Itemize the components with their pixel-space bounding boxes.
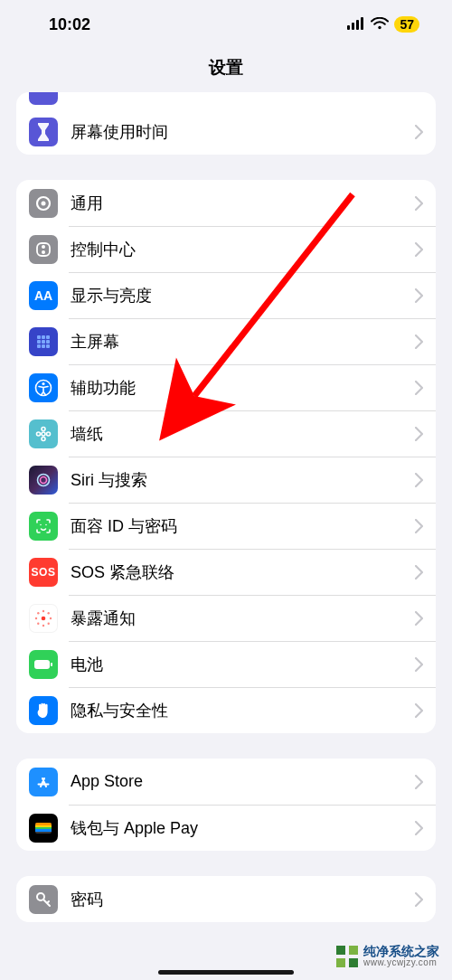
wifi-icon <box>371 15 389 34</box>
battery-indicator: 57 <box>394 16 419 33</box>
svg-point-24 <box>37 432 41 436</box>
chevron-right-icon <box>415 242 423 257</box>
chevron-right-icon <box>415 335 423 349</box>
row-label: Siri 与搜索 <box>71 469 415 491</box>
status-time: 10:02 <box>49 15 90 34</box>
row-label: 屏幕使用时间 <box>71 121 415 143</box>
watermark: 纯净系统之家 www.ycwjzy.com <box>336 945 439 967</box>
svg-rect-12 <box>46 335 50 339</box>
gear-icon <box>29 189 58 218</box>
row-label: 辅助功能 <box>71 377 415 399</box>
row-faceid-passcode[interactable]: 面容 ID 与密码 <box>16 503 436 549</box>
row-wallpaper[interactable]: 墙纸 <box>16 410 436 457</box>
settings-group-1: 通用 控制中心 AA 显示与亮度 主屏幕 辅助功能 <box>16 180 436 733</box>
svg-point-25 <box>47 432 51 436</box>
svg-rect-11 <box>42 335 45 339</box>
text-size-icon: AA <box>29 281 58 310</box>
watermark-brand: 纯净系统之家 <box>363 945 439 957</box>
settings-group-2: App Store 钱包与 Apple Pay <box>16 759 436 851</box>
watermark-url: www.ycwjzy.com <box>363 957 439 967</box>
accessibility-icon <box>29 373 58 402</box>
svg-rect-0 <box>347 25 350 30</box>
chevron-right-icon <box>415 821 423 835</box>
apps-grid-icon <box>29 327 58 356</box>
row-sos[interactable]: SOS SOS 紧急联络 <box>16 549 436 595</box>
chevron-right-icon <box>415 657 423 672</box>
row-control-center[interactable]: 控制中心 <box>16 226 436 272</box>
svg-rect-40 <box>51 663 52 666</box>
row-label: 隐私与安全性 <box>71 700 415 721</box>
row-accessibility[interactable]: 辅助功能 <box>16 364 436 410</box>
svg-point-20 <box>42 382 44 384</box>
svg-rect-15 <box>46 340 50 344</box>
row-wallet[interactable]: 钱包与 Apple Pay <box>16 805 436 851</box>
svg-rect-2 <box>356 20 359 30</box>
row-siri-search[interactable]: Siri 与搜索 <box>16 457 436 503</box>
svg-rect-18 <box>46 344 50 348</box>
svg-point-30 <box>42 616 46 620</box>
exposure-icon <box>29 604 58 633</box>
chevron-right-icon <box>415 196 423 211</box>
row-label: 电池 <box>71 654 415 675</box>
stub-icon <box>29 92 58 105</box>
row-battery[interactable]: 电池 <box>16 641 436 687</box>
faceid-icon <box>29 512 58 541</box>
svg-rect-45 <box>35 829 52 832</box>
row-privacy[interactable]: 隐私与安全性 <box>16 687 436 733</box>
flower-icon <box>29 419 58 448</box>
row-label: 密码 <box>71 889 415 910</box>
cellular-icon <box>347 15 365 34</box>
svg-rect-13 <box>37 340 41 344</box>
chevron-right-icon <box>415 427 423 441</box>
row-label: 钱包与 Apple Pay <box>71 817 415 839</box>
battery-icon <box>29 650 58 679</box>
row-label: 控制中心 <box>71 239 415 260</box>
key-icon <box>29 885 58 914</box>
row-passwords[interactable]: 密码 <box>16 876 436 922</box>
siri-icon <box>29 466 58 495</box>
row-screentime[interactable]: 屏幕使用时间 <box>16 108 436 155</box>
sos-icon: SOS <box>29 558 58 587</box>
chevron-right-icon <box>415 611 423 626</box>
status-bar: 10:02 57 <box>0 0 452 49</box>
chevron-right-icon <box>415 473 423 487</box>
svg-rect-1 <box>352 23 354 30</box>
svg-point-33 <box>35 617 37 618</box>
chevron-right-icon <box>415 381 423 395</box>
svg-point-35 <box>37 612 39 614</box>
chevron-right-icon <box>415 288 423 303</box>
row-general[interactable]: 通用 <box>16 180 436 226</box>
svg-point-38 <box>48 622 50 624</box>
svg-point-27 <box>41 476 47 483</box>
row-display[interactable]: AA 显示与亮度 <box>16 272 436 318</box>
page-title: 设置 <box>0 49 452 92</box>
row-label: 墙纸 <box>71 423 415 445</box>
svg-point-8 <box>42 245 45 249</box>
row-label: 通用 <box>71 193 415 214</box>
svg-point-4 <box>379 25 381 28</box>
settings-group-0: 屏幕使用时间 <box>16 92 436 155</box>
hourglass-icon <box>29 118 58 146</box>
svg-point-9 <box>42 250 45 254</box>
svg-rect-14 <box>42 340 45 344</box>
toggles-icon <box>29 235 58 264</box>
svg-point-36 <box>48 612 50 614</box>
settings-list: 屏幕使用时间 通用 控制中心 AA 显示与亮度 <box>0 92 452 980</box>
svg-point-6 <box>42 201 46 205</box>
chevron-right-icon <box>415 519 423 533</box>
svg-point-37 <box>37 622 39 624</box>
svg-rect-3 <box>361 17 363 30</box>
row-app-store[interactable]: App Store <box>16 759 436 805</box>
settings-group-3: 密码 <box>16 876 436 922</box>
row-home-screen[interactable]: 主屏幕 <box>16 318 436 364</box>
svg-rect-10 <box>37 335 41 339</box>
chevron-right-icon <box>415 125 423 139</box>
appstore-icon <box>29 768 58 796</box>
row-label: 主屏幕 <box>71 331 415 353</box>
svg-point-22 <box>42 427 45 430</box>
svg-point-31 <box>42 609 44 611</box>
svg-point-28 <box>40 523 42 525</box>
row-exposure[interactable]: 暴露通知 <box>16 595 436 641</box>
chevron-right-icon <box>415 775 423 789</box>
row-label: SOS 紧急联络 <box>71 561 415 583</box>
